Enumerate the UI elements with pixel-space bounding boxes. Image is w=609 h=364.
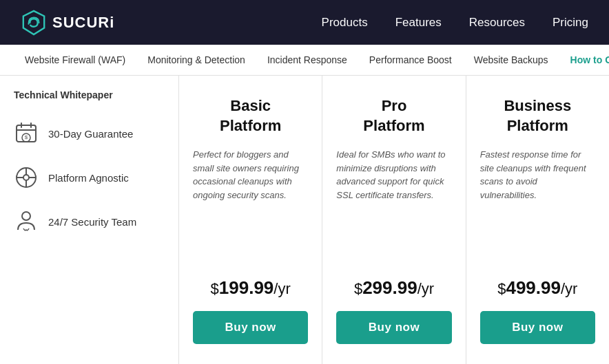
plan-pro-buy-button[interactable]: Buy now <box>336 311 451 344</box>
sidebar-item-security-label: 24/7 Security Team <box>48 216 136 228</box>
plan-basic-desc: Perfect for bloggers and small site owne… <box>193 148 308 261</box>
subnav-backups[interactable]: Website Backups <box>463 45 559 75</box>
subnav-performance[interactable]: Performance Boost <box>358 45 463 75</box>
plan-business-desc: Fastest response time for site cleanups … <box>480 148 595 261</box>
svg-point-13 <box>22 212 30 220</box>
plan-business-price: $499.99/yr <box>497 277 577 299</box>
logo-text: SUCURi <box>52 14 114 32</box>
main-content: Technical Whitepaper $ 30-Day Guarantee <box>0 76 609 364</box>
svg-marker-0 <box>23 10 44 34</box>
plan-pro: ProPlatform Ideal for SMBs who want to m… <box>322 76 466 364</box>
plan-basic: BasicPlatform Perfect for bloggers and s… <box>179 76 322 364</box>
subnav-howto[interactable]: How to Get $ <box>559 45 609 75</box>
plan-basic-price: $199.99/yr <box>211 277 291 299</box>
plan-pro-name: ProPlatform <box>363 96 424 136</box>
plan-business-buy-button[interactable]: Buy now <box>480 311 595 344</box>
sucuri-logo-icon <box>21 10 47 36</box>
sidebar-title: Technical Whitepaper <box>14 89 165 100</box>
svg-text:$: $ <box>25 134 28 140</box>
plan-basic-name: BasicPlatform <box>220 96 281 136</box>
plan-business-name: BusinessPlatform <box>504 96 571 136</box>
plan-pro-desc: Ideal for SMBs who want to minimize disr… <box>336 148 451 261</box>
sidebar-item-security[interactable]: 24/7 Security Team <box>14 209 165 234</box>
logo-area: SUCURi <box>21 10 114 36</box>
platform-icon <box>14 165 39 190</box>
guarantee-icon: $ <box>14 121 39 146</box>
svg-point-8 <box>23 175 29 180</box>
top-nav: SUCURi Products Features Resources Prici… <box>0 0 609 45</box>
subnav-monitoring[interactable]: Monitoring & Detection <box>136 45 256 75</box>
plan-pro-price: $299.99/yr <box>354 277 434 299</box>
nav-links: Products Features Resources Pricing <box>322 16 588 30</box>
plan-business: BusinessPlatform Fastest response time f… <box>466 76 609 364</box>
pricing-area: BasicPlatform Perfect for bloggers and s… <box>179 76 609 364</box>
sidebar-item-guarantee-label: 30-Day Guarantee <box>48 128 133 140</box>
plan-basic-buy-button[interactable]: Buy now <box>193 311 308 344</box>
subnav-incident[interactable]: Incident Response <box>256 45 358 75</box>
sidebar-item-guarantee[interactable]: $ 30-Day Guarantee <box>14 121 165 146</box>
sidebar-item-platform[interactable]: Platform Agnostic <box>14 165 165 190</box>
security-icon <box>14 209 39 234</box>
sidebar-item-platform-label: Platform Agnostic <box>48 172 129 184</box>
nav-resources[interactable]: Resources <box>469 16 525 30</box>
sidebar: Technical Whitepaper $ 30-Day Guarantee <box>0 76 179 364</box>
subnav-waf[interactable]: Website Firewall (WAF) <box>14 45 136 75</box>
nav-features[interactable]: Features <box>395 16 442 30</box>
nav-products[interactable]: Products <box>322 16 368 30</box>
sub-nav: Website Firewall (WAF) Monitoring & Dete… <box>0 45 609 76</box>
nav-pricing[interactable]: Pricing <box>553 16 588 30</box>
